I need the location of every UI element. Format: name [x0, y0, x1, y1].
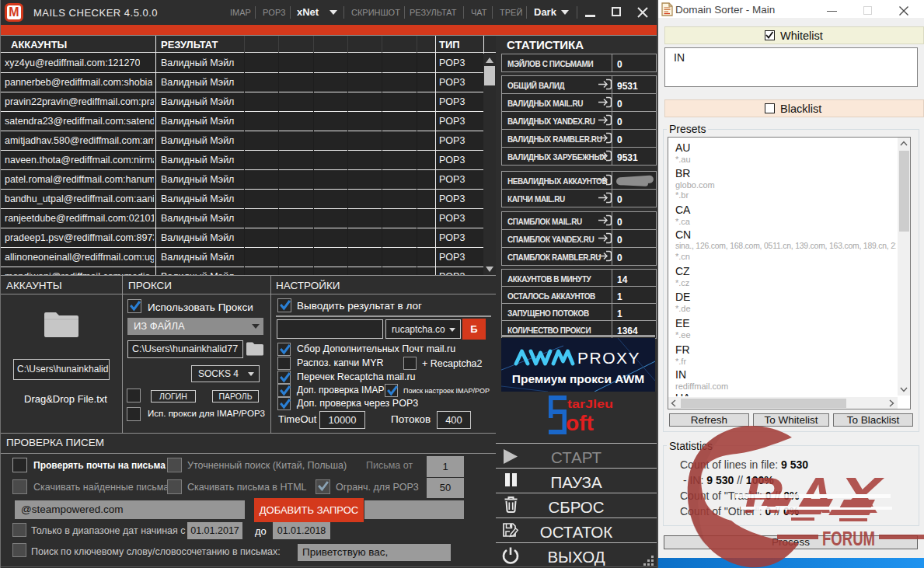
- svg-text:FORUM: FORUM: [822, 527, 875, 550]
